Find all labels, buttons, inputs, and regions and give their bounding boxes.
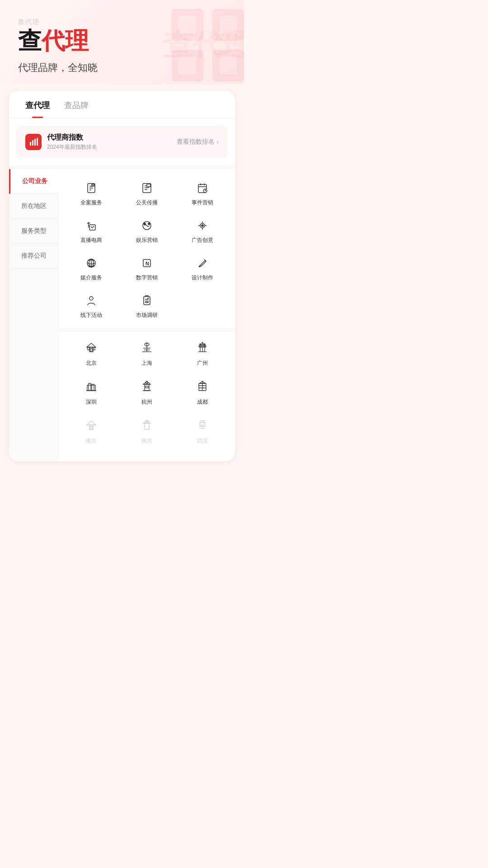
pr-icon	[141, 182, 153, 196]
city-9[interactable]: 武汉	[176, 413, 230, 450]
pr-label: 公关传播	[136, 199, 158, 207]
live-ecom-icon	[85, 219, 98, 234]
svg-point-86	[146, 421, 148, 423]
digital-label: 数字营销	[136, 274, 158, 282]
svg-rect-10	[32, 140, 33, 146]
filter-sidebar: 公司业务 所在地区 服务类型 推荐公司	[9, 169, 59, 461]
city-shanghai[interactable]: 上海	[120, 335, 174, 373]
header-watermark: 查代理	[158, 0, 244, 84]
city-7[interactable]: 南京	[64, 413, 118, 450]
svg-marker-82	[87, 421, 96, 425]
design-label: 设计制作	[192, 274, 213, 282]
index-banner-left: 代理商指数 2024年最新指数排名	[25, 133, 97, 151]
city8-label: 南京	[141, 437, 152, 445]
beijing-icon	[85, 341, 98, 357]
entertainment-icon	[141, 219, 153, 234]
filter-grid: 公司业务 所在地区 服务类型 推荐公司	[9, 165, 235, 461]
design-icon	[196, 257, 209, 271]
svg-rect-50	[90, 349, 92, 352]
svg-rect-23	[147, 184, 150, 187]
business-section: 全案服务 公关传播	[64, 176, 230, 325]
full-case-label: 全案服务	[80, 199, 102, 207]
svg-rect-52	[93, 347, 95, 350]
chengdu-icon	[196, 380, 209, 396]
city-shenzhen[interactable]: 深圳	[64, 374, 118, 411]
hangzhou-label: 杭州	[141, 398, 152, 406]
media-label: 媒介服务	[80, 274, 102, 282]
svg-rect-84	[145, 423, 149, 429]
svg-point-36	[202, 225, 203, 226]
shanghai-label: 上海	[141, 359, 152, 367]
svg-rect-67	[89, 383, 91, 391]
svg-text:N: N	[145, 261, 149, 266]
filter-region[interactable]: 所在地区	[9, 194, 59, 219]
business-offline[interactable]: 线下活动	[64, 289, 118, 325]
filter-service-type[interactable]: 服务类型	[9, 219, 59, 244]
index-title: 代理商指数	[47, 133, 97, 142]
guangzhou-icon	[196, 341, 209, 357]
city-section: 北京 上海	[64, 332, 230, 454]
index-icon	[25, 134, 42, 150]
business-live-ecom[interactable]: 直播电商	[64, 214, 118, 250]
business-full-case[interactable]: 全案服务	[64, 176, 118, 212]
ad-creative-label: 广告创意	[192, 236, 213, 244]
title-black-part: 查	[18, 28, 42, 54]
filter-recommend[interactable]: 推荐公司	[9, 244, 59, 269]
business-market-research[interactable]: 市场调研	[120, 289, 174, 325]
svg-rect-81	[89, 425, 93, 429]
business-ad-creative[interactable]: 广告创意	[176, 214, 230, 250]
business-entertainment[interactable]: 娱乐营销	[120, 214, 174, 250]
business-grid: 全案服务 公关传播	[64, 176, 230, 325]
svg-marker-49	[87, 343, 96, 347]
main-card: 查代理 查品牌 代理商指数 2024年最新指数排名 查看指数排名 ›	[9, 91, 235, 461]
city-chengdu[interactable]: 成都	[176, 374, 230, 411]
filter-business[interactable]: 公司业务	[9, 169, 59, 194]
event-icon	[196, 182, 209, 196]
svg-rect-11	[34, 139, 36, 146]
business-event[interactable]: 事件营销	[176, 176, 230, 212]
index-link-text: 查看指数排名	[177, 138, 215, 146]
svg-rect-83	[90, 426, 92, 429]
svg-point-34	[148, 223, 150, 225]
city-8[interactable]: 南京	[120, 413, 174, 450]
business-media[interactable]: 媒介服务	[64, 251, 118, 287]
tab-agent[interactable]: 查代理	[18, 91, 57, 118]
index-link[interactable]: 查看指数排名 ›	[177, 138, 219, 146]
city7-icon	[85, 419, 98, 434]
city7-label: 南京	[86, 437, 97, 445]
business-design[interactable]: 设计制作	[176, 251, 230, 287]
city9-label: 武汉	[197, 437, 208, 445]
svg-rect-51	[88, 347, 89, 350]
title-red-part: 代理	[42, 28, 89, 54]
market-research-label: 市场调研	[136, 311, 158, 319]
digital-icon: N	[141, 257, 153, 271]
hangzhou-icon	[141, 380, 153, 396]
svg-rect-48	[89, 347, 93, 352]
svg-rect-9	[30, 142, 31, 146]
svg-text:查代理: 查代理	[163, 28, 244, 61]
index-link-arrow: ›	[216, 138, 219, 146]
svg-point-87	[200, 420, 205, 426]
city-guangzhou[interactable]: 广州	[176, 335, 230, 373]
index-subtitle: 2024年最新指数排名	[47, 143, 97, 151]
live-ecom-label: 直播电商	[80, 236, 102, 244]
city-beijing[interactable]: 北京	[64, 335, 118, 373]
market-research-icon	[141, 294, 153, 309]
shenzhen-label: 深圳	[86, 398, 97, 406]
business-digital[interactable]: N 数字营销	[120, 251, 174, 287]
beijing-label: 北京	[86, 359, 97, 367]
city-grid: 北京 上海	[64, 335, 230, 450]
header: 查代理 查代理 查代理 代理品牌，全知晓	[0, 0, 244, 84]
ad-creative-icon	[196, 219, 209, 234]
tab-brand[interactable]: 查品牌	[57, 91, 96, 118]
event-label: 事件营销	[192, 199, 213, 207]
filter-content: 全案服务 公关传播	[59, 169, 235, 461]
full-case-icon	[85, 182, 98, 196]
index-info: 代理商指数 2024年最新指数排名	[47, 133, 97, 151]
index-banner[interactable]: 代理商指数 2024年最新指数排名 查看指数排名 ›	[16, 126, 228, 158]
city-hangzhou[interactable]: 杭州	[120, 374, 174, 411]
business-pr[interactable]: 公关传播	[120, 176, 174, 212]
entertainment-label: 娱乐营销	[136, 236, 158, 244]
guangzhou-label: 广州	[197, 359, 208, 367]
svg-rect-45	[144, 297, 150, 305]
